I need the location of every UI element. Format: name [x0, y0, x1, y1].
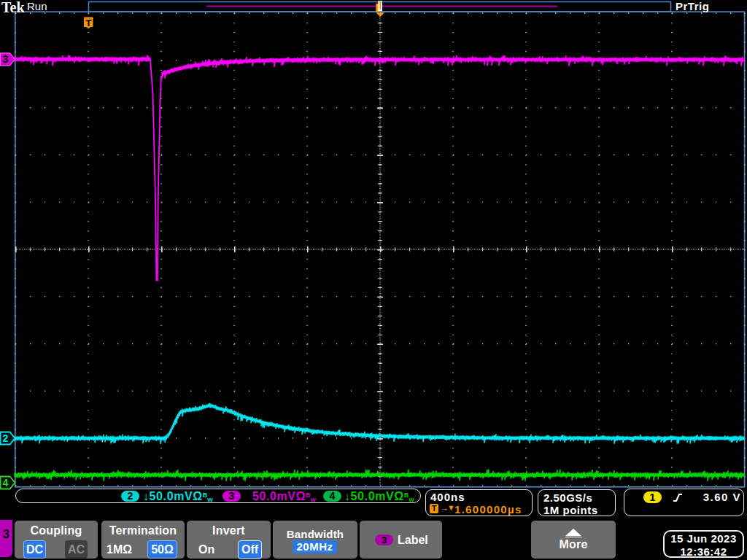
svg-text:3: 3	[3, 53, 9, 65]
svg-text:2: 2	[3, 432, 9, 444]
svg-text:4: 4	[3, 477, 9, 489]
svg-text:T: T	[85, 18, 92, 28]
